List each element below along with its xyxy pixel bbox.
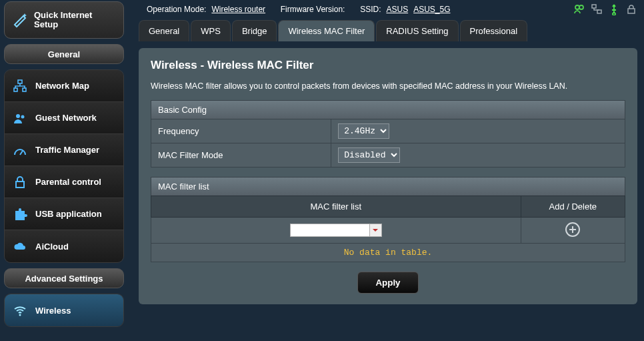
main-content: General WPS Bridge Wireless MAC Filter R… bbox=[128, 19, 644, 327]
sidebar-item-parental-control[interactable]: Parental control bbox=[5, 166, 123, 198]
lock-icon[interactable] bbox=[625, 3, 637, 15]
ssid-24[interactable]: ASUS bbox=[386, 5, 408, 14]
col-add-delete: Add / Delete bbox=[521, 196, 625, 218]
wand-icon bbox=[11, 11, 29, 30]
sidebar-item-wireless[interactable]: Wireless bbox=[5, 294, 123, 326]
clients-icon[interactable] bbox=[573, 3, 585, 15]
sidebar-item-guest-network[interactable]: Guest Network bbox=[5, 102, 123, 134]
page-description: Wireless MAC filter allows you to contro… bbox=[151, 81, 625, 91]
page-title: Wireless - Wireless MAC Filter bbox=[151, 59, 625, 72]
tab-wireless-mac-filter[interactable]: Wireless MAC Filter bbox=[278, 20, 375, 41]
col-mac-filter-list: MAC filter list bbox=[151, 196, 521, 218]
mac-filter-list-table: MAC filter list Add / Delete bbox=[151, 196, 625, 262]
svg-point-1 bbox=[579, 5, 583, 9]
users-icon bbox=[11, 109, 29, 127]
basic-config-header: Basic Config bbox=[151, 100, 625, 119]
frequency-select[interactable]: 2.4GHz bbox=[338, 123, 389, 139]
svg-rect-4 bbox=[628, 9, 635, 13]
sidebar-item-label: USB application bbox=[35, 209, 102, 219]
sidebar-item-network-map[interactable]: Network Map bbox=[5, 70, 123, 102]
sidebar-item-aicloud[interactable]: AiCloud bbox=[5, 230, 123, 262]
puzzle-icon bbox=[11, 206, 29, 223]
sidebar-item-label: Parental control bbox=[35, 177, 101, 187]
firmware-label: Firmware Version: bbox=[281, 5, 345, 14]
menu-advanced: Wireless bbox=[4, 294, 124, 327]
usb-icon[interactable] bbox=[608, 3, 620, 15]
svg-rect-10 bbox=[16, 182, 24, 188]
network-icon[interactable] bbox=[591, 3, 603, 15]
frequency-label: Frequency bbox=[151, 119, 331, 143]
no-data-message: No data in table. bbox=[151, 244, 625, 262]
menu-heading-general: General bbox=[4, 44, 124, 64]
tab-wps[interactable]: WPS bbox=[191, 20, 231, 41]
svg-rect-6 bbox=[14, 88, 17, 91]
mac-filter-mode-select[interactable]: Disabled bbox=[338, 147, 400, 163]
sidebar: Quick Internet Setup General Network Map… bbox=[0, 1, 128, 327]
tab-general[interactable]: General bbox=[139, 20, 189, 41]
tab-strip: General WPS Bridge Wireless MAC Filter R… bbox=[139, 20, 637, 41]
sidebar-item-usb-application[interactable]: USB application bbox=[5, 198, 123, 230]
mac-filter-list-header: MAC filter list bbox=[151, 177, 625, 196]
settings-panel: Wireless - Wireless MAC Filter Wireless … bbox=[139, 48, 637, 304]
add-button[interactable] bbox=[565, 222, 581, 238]
sidebar-item-label: Guest Network bbox=[35, 113, 97, 123]
svg-rect-5 bbox=[18, 80, 22, 83]
quick-internet-setup[interactable]: Quick Internet Setup bbox=[4, 1, 124, 39]
sidebar-item-label: Network Map bbox=[35, 81, 89, 91]
cloud-icon bbox=[11, 238, 29, 255]
chevron-down-icon[interactable] bbox=[370, 224, 382, 237]
mac-address-combo[interactable] bbox=[290, 224, 382, 237]
ssid-label: SSID: bbox=[360, 5, 381, 14]
tab-bridge[interactable]: Bridge bbox=[232, 20, 277, 41]
svg-rect-2 bbox=[592, 5, 596, 8]
menu-heading-advanced: Advanced Settings bbox=[4, 268, 124, 288]
tab-radius-setting[interactable]: RADIUS Setting bbox=[376, 20, 458, 41]
svg-point-9 bbox=[21, 115, 25, 118]
gauge-icon bbox=[11, 141, 29, 159]
svg-rect-7 bbox=[23, 88, 26, 91]
sidebar-item-label: Wireless bbox=[35, 306, 71, 316]
sitemap-icon bbox=[11, 77, 29, 95]
op-mode-label: Operation Mode: bbox=[147, 5, 206, 14]
tab-professional[interactable]: Professional bbox=[460, 20, 528, 41]
sidebar-item-label: Traffic Manager bbox=[35, 145, 99, 155]
svg-point-0 bbox=[575, 5, 579, 9]
apply-button[interactable]: Apply bbox=[357, 272, 418, 294]
svg-point-11 bbox=[19, 314, 21, 316]
ssid-5g[interactable]: ASUS_5G bbox=[413, 5, 450, 14]
sidebar-item-label: AiCloud bbox=[35, 242, 69, 252]
mac-address-input[interactable] bbox=[290, 224, 370, 237]
op-mode-value[interactable]: Wireless router bbox=[211, 5, 265, 14]
qis-label: Quick Internet Setup bbox=[34, 11, 117, 29]
lock-icon bbox=[11, 174, 29, 191]
mac-filter-mode-label: MAC Filter Mode bbox=[151, 143, 331, 167]
svg-point-8 bbox=[16, 114, 20, 118]
menu-general: Network Map Guest Network Traffic Manage… bbox=[4, 69, 124, 263]
wifi-icon bbox=[11, 302, 29, 319]
basic-config-table: Frequency 2.4GHz MAC Filter Mode Disable… bbox=[151, 119, 625, 167]
sidebar-item-traffic-manager[interactable]: Traffic Manager bbox=[5, 134, 123, 166]
